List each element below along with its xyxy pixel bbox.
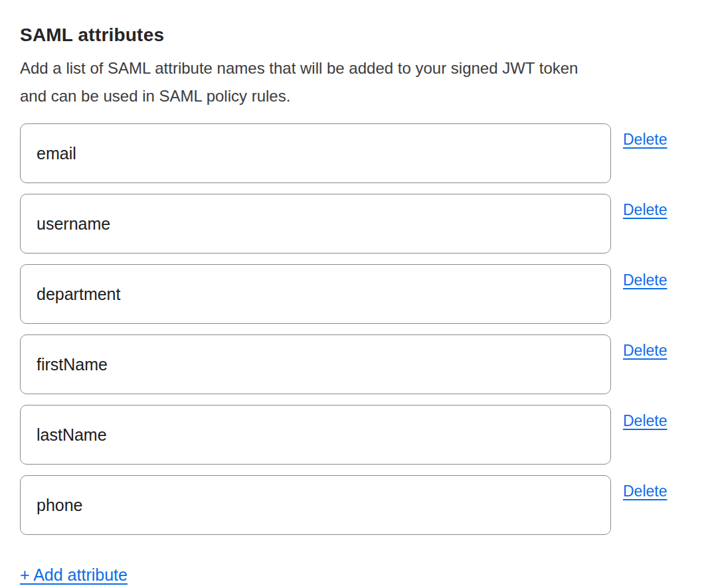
saml-attributes-section: SAML attributes Add a list of SAML attri… bbox=[0, 0, 708, 588]
delete-link[interactable]: Delete bbox=[623, 412, 667, 429]
attribute-row: Delete bbox=[20, 334, 688, 394]
delete-cell: Delete bbox=[623, 475, 667, 500]
section-description-line1: Add a list of SAML attribute names that … bbox=[20, 59, 578, 77]
attribute-row: Delete bbox=[20, 194, 688, 254]
attribute-row: Delete bbox=[20, 123, 688, 183]
attribute-input[interactable] bbox=[20, 194, 611, 254]
section-description: Add a list of SAML attribute names that … bbox=[20, 54, 688, 110]
delete-link[interactable]: Delete bbox=[623, 482, 667, 500]
delete-link[interactable]: Delete bbox=[623, 131, 667, 148]
delete-link[interactable]: Delete bbox=[623, 271, 667, 289]
attribute-row: Delete bbox=[20, 405, 688, 465]
attribute-input[interactable] bbox=[20, 475, 611, 535]
delete-cell: Delete bbox=[623, 334, 667, 360]
attribute-list: Delete Delete Delete Delete Delete Delet… bbox=[20, 123, 688, 535]
attribute-input[interactable] bbox=[20, 264, 611, 324]
attribute-input[interactable] bbox=[20, 123, 611, 183]
delete-cell: Delete bbox=[623, 264, 667, 289]
delete-cell: Delete bbox=[623, 405, 667, 430]
section-description-line2: and can be used in SAML policy rules. bbox=[20, 87, 290, 105]
delete-cell: Delete bbox=[623, 194, 667, 219]
delete-cell: Delete bbox=[623, 123, 667, 149]
add-attribute-link[interactable]: + Add attribute bbox=[20, 565, 128, 585]
attribute-row: Delete bbox=[20, 475, 688, 535]
delete-link[interactable]: Delete bbox=[623, 201, 667, 218]
delete-link[interactable]: Delete bbox=[623, 342, 667, 359]
page-title: SAML attributes bbox=[20, 24, 688, 46]
attribute-row: Delete bbox=[20, 264, 688, 324]
attribute-input[interactable] bbox=[20, 405, 611, 465]
attribute-input[interactable] bbox=[20, 334, 611, 394]
